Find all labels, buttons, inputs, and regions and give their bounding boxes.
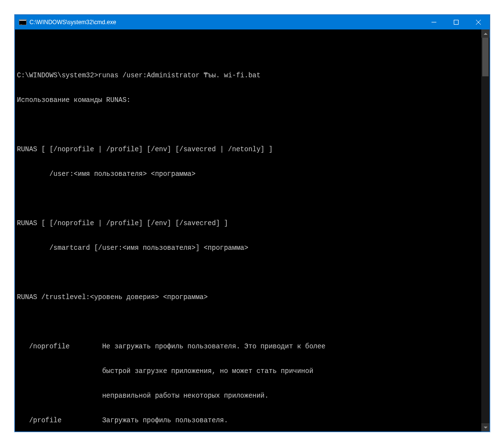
terminal-line — [17, 47, 481, 55]
scroll-thumb[interactable] — [482, 38, 489, 76]
svg-marker-8 — [484, 427, 488, 429]
terminal-line — [17, 195, 481, 203]
terminal-line: неправильной работы некоторых приложений… — [17, 392, 481, 400]
terminal-line — [17, 318, 481, 326]
terminal-line: /user:<имя пользователя> <программа> — [17, 170, 481, 178]
terminal-line: /smartcard [/user:<имя пользователя>] <п… — [17, 244, 481, 252]
terminal-output[interactable]: C:\WINDOWS\system32>runas /user:Administ… — [15, 29, 481, 431]
vertical-scrollbar[interactable] — [481, 29, 490, 431]
close-button[interactable] — [467, 15, 490, 29]
svg-marker-7 — [484, 33, 488, 35]
cmd-icon: _ — [19, 18, 27, 26]
minimize-button[interactable] — [423, 15, 445, 29]
scroll-up-button[interactable] — [481, 29, 490, 38]
window-controls — [423, 15, 490, 29]
terminal-line: RUNAS /trustlevel:<уровень доверия> <про… — [17, 293, 481, 301]
client-area: C:\WINDOWS\system32>runas /user:Administ… — [15, 29, 490, 431]
window-title: C:\WINDOWS\system32\cmd.exe — [29, 19, 116, 26]
terminal-line: /noprofile Не загружать профиль пользова… — [17, 343, 481, 351]
terminal-line — [17, 269, 481, 277]
cmd-window: _ C:\WINDOWS\system32\cmd.exe C:\WINDOWS… — [14, 14, 490, 432]
svg-rect-4 — [454, 20, 459, 25]
terminal-line: RUNAS [ [/noprofile | /profile] [/env] [… — [17, 145, 481, 154]
terminal-line: /profile Загружать профиль пользователя. — [17, 416, 481, 425]
scroll-track[interactable] — [481, 38, 490, 423]
terminal-line: RUNAS [ [/noprofile | /profile] [/env] [… — [17, 219, 481, 228]
terminal-line: Использование команды RUNAS: — [17, 96, 481, 104]
terminal-line: быстрой загрузке приложения, но может ст… — [17, 367, 481, 375]
svg-text:_: _ — [20, 21, 22, 25]
titlebar[interactable]: _ C:\WINDOWS\system32\cmd.exe — [15, 15, 490, 29]
terminal-line: C:\WINDOWS\system32>runas /user:Administ… — [17, 72, 481, 80]
scroll-down-button[interactable] — [481, 423, 490, 431]
maximize-button[interactable] — [445, 15, 467, 29]
svg-rect-1 — [19, 20, 26, 21]
terminal-line — [17, 121, 481, 129]
